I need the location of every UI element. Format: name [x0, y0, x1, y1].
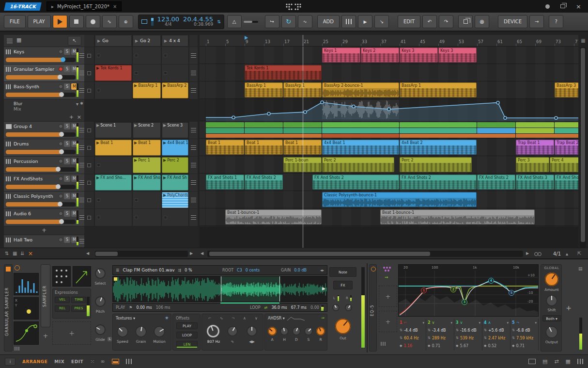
- track-header-audio-6[interactable]: Audio 6SM: [4, 209, 84, 226]
- launcher-menu-cell[interactable]: [189, 209, 198, 226]
- automation-close-button[interactable]: ×: [77, 114, 81, 120]
- group-lane-segment[interactable]: [206, 122, 244, 128]
- file-button[interactable]: FILE: [4, 15, 26, 28]
- clip-stop-cell[interactable]: [84, 64, 94, 81]
- launcher-clip[interactable]: ▶Scene 2: [133, 122, 161, 138]
- view-arrange[interactable]: ARRANGE: [22, 359, 47, 364]
- ahdsr-title[interactable]: AHDSR ▾: [268, 316, 285, 320]
- arranger-clip[interactable]: Beat 1-bounce-1: [380, 209, 535, 224]
- launcher-menu-cell[interactable]: [189, 139, 198, 156]
- io-panel-icon[interactable]: ⇄: [554, 358, 558, 365]
- position-display[interactable]: 20.4.4.55: [183, 16, 213, 22]
- track-header-percussion[interactable]: PercussionSM: [4, 157, 84, 174]
- close-crop-icon[interactable]: ×: [28, 250, 33, 257]
- env-a-knob[interactable]: [268, 327, 277, 336]
- offset-loop-button[interactable]: LOOP: [176, 332, 198, 338]
- sample-waveform-display[interactable]: ▶: [112, 276, 327, 302]
- eq-band-gain-value[interactable]: +5.6 dB: [488, 328, 504, 333]
- volume-slider[interactable]: [6, 167, 76, 172]
- eq-band-gain-value[interactable]: -6.8 dB: [516, 328, 530, 333]
- shape-option-icon[interactable]: ⌐: [206, 316, 214, 321]
- view-edit[interactable]: EDIT: [71, 359, 83, 364]
- clip-play-icon[interactable]: ▶: [163, 141, 166, 145]
- launcher-clip[interactable]: ▶BassArp 1: [133, 82, 161, 98]
- auto-scroll-icon[interactable]: ⇊: [20, 251, 24, 256]
- expression-vel-button[interactable]: VEL: [55, 297, 70, 303]
- punch-in-button[interactable]: ↪: [265, 15, 279, 28]
- group-lane-segment[interactable]: [477, 122, 515, 128]
- help-button[interactable]: ?: [549, 15, 563, 28]
- clip-play-icon[interactable]: ▶: [134, 176, 137, 180]
- eq-band-dropdown-icon[interactable]: ▾: [507, 321, 509, 325]
- empty-clip-slot[interactable]: [95, 192, 132, 208]
- arranger-clip[interactable]: BassArp 2-bounce-1: [322, 82, 399, 97]
- group-lane-segment[interactable]: [322, 128, 399, 133]
- expression-timb-button[interactable]: TIMB: [71, 297, 86, 303]
- launcher-clip[interactable]: ▶Perc 1: [133, 157, 161, 173]
- eq-band-handle-5[interactable]: 5: [509, 290, 514, 296]
- arranger-clip[interactable]: FX And Shots 2: [400, 175, 477, 190]
- snap-grid-icon[interactable]: ▦: [13, 251, 17, 256]
- launcher-menu-cell[interactable]: [189, 122, 198, 139]
- width-knob[interactable]: [332, 304, 340, 311]
- launcher-clip[interactable]: ▶Perc 2: [162, 157, 188, 173]
- empty-clip-slot[interactable]: [95, 157, 132, 174]
- device-power-button[interactable]: [15, 265, 20, 271]
- edit-button[interactable]: EDIT: [398, 15, 420, 28]
- solo-button[interactable]: S: [64, 193, 70, 199]
- eq-output-knob[interactable]: [545, 326, 558, 338]
- launcher-clip[interactable]: ▶Tek Kords 1: [95, 65, 132, 81]
- speed-knob[interactable]: [117, 326, 128, 337]
- eq-band-handle-3[interactable]: 3: [462, 299, 467, 305]
- eq-band-shape-icon[interactable]: ¬: [516, 320, 520, 325]
- env-d-knob[interactable]: [292, 327, 301, 336]
- clip-stop-cell[interactable]: [84, 82, 94, 99]
- arranger-clip[interactable]: Keys 3: [400, 48, 438, 63]
- arranger-vscrollbar[interactable]: [580, 47, 586, 248]
- solo-button[interactable]: S: [64, 158, 70, 164]
- automation-write-button[interactable]: ∿: [102, 15, 117, 28]
- loop-start-value[interactable]: 36.0 ms: [271, 305, 287, 310]
- loop-region[interactable]: [221, 276, 280, 302]
- eq-band-freq-value[interactable]: 7.59 kHz: [516, 336, 533, 340]
- xy-cursor-icon[interactable]: [27, 309, 31, 314]
- empty-clip-slot[interactable]: [133, 192, 161, 208]
- scene-header-3[interactable]: ▶4 x 4: [162, 35, 188, 47]
- root-cents-value[interactable]: 0 cents: [246, 268, 260, 272]
- arranger-clip[interactable]: Tek Kords 1: [245, 65, 322, 80]
- launcher-menu-cell[interactable]: [189, 174, 198, 191]
- pointer-tool-button[interactable]: ↖: [68, 36, 81, 46]
- arranger-hscroll-thumb[interactable]: [209, 252, 430, 256]
- arranger-clip[interactable]: Perc 3: [516, 157, 549, 172]
- clip-launcher-panel-icon[interactable]: [112, 359, 119, 364]
- grid-resolution-up-icon[interactable]: ▴: [566, 251, 568, 256]
- group-lane-segment[interactable]: [516, 134, 578, 138]
- solo-button[interactable]: S: [64, 141, 70, 147]
- time-signature-display[interactable]: 4/4: [157, 22, 180, 27]
- clip-play-icon[interactable]: ▶: [163, 83, 166, 88]
- track-header-classic-polysynth[interactable]: Classic PolysynthSM: [4, 192, 84, 208]
- arranger-clip[interactable]: BassArp 1: [245, 82, 283, 97]
- arranger-clip[interactable]: Beat 1-bounce-1: [225, 209, 322, 224]
- loop-length-value[interactable]: 67.7 ms: [291, 305, 307, 310]
- arranger-scroll-right-icon[interactable]: ▶: [526, 251, 529, 256]
- group-lane-segment[interactable]: [245, 122, 283, 128]
- arranger-clip[interactable]: FX And Shots 2: [245, 175, 283, 190]
- select-knob[interactable]: [95, 268, 106, 279]
- launcher-clip[interactable]: ▶Scene 3: [162, 122, 188, 138]
- clip-play-icon[interactable]: ▶: [134, 123, 137, 128]
- play-flag-icon[interactable]: ⚑: [129, 305, 132, 310]
- track-header-drums[interactable]: DrumsSM: [4, 139, 84, 156]
- delete-button[interactable]: ⊗: [475, 15, 489, 28]
- eq-band-gain-value[interactable]: -3.4 dB: [432, 328, 446, 333]
- eq-band-gain-value[interactable]: -4.4 dB: [404, 328, 418, 333]
- automation-dropdown-icon[interactable]: ▾: [76, 101, 78, 107]
- arranger-clip[interactable]: Classic Polysynth-bounce-1: [322, 192, 477, 207]
- mod-xy-display[interactable]: XY: [14, 297, 39, 320]
- clip-play-icon[interactable]: ▶: [163, 123, 166, 128]
- group-lane-segment[interactable]: [477, 128, 515, 133]
- redo-button[interactable]: ↷: [439, 15, 453, 28]
- record-button[interactable]: [86, 15, 100, 28]
- record-arm-button[interactable]: [59, 176, 63, 181]
- sample-start-marker-icon[interactable]: [114, 277, 117, 281]
